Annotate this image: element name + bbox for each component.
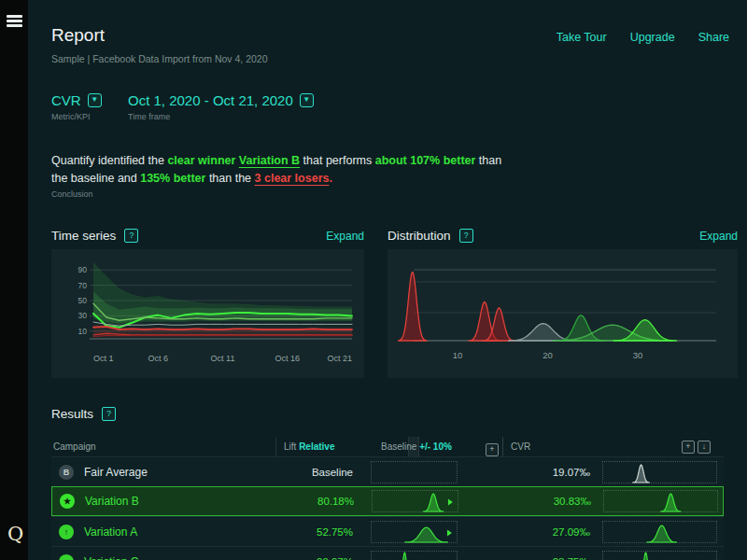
help-icon[interactable]: ?: [459, 229, 473, 243]
variation-badge-icon: ↑: [59, 554, 74, 560]
baseline-sparkline: [371, 521, 458, 543]
highlight-135: 135% better: [140, 172, 205, 185]
svg-text:50: 50: [78, 296, 88, 305]
cvr-column-header[interactable]: CVR+↓: [502, 441, 724, 452]
chevron-down-icon[interactable]: ▼: [88, 93, 102, 107]
take-tour-link[interactable]: Take Tour: [557, 31, 607, 44]
lift-mode-toggle[interactable]: Relative: [299, 441, 334, 452]
svg-text:20: 20: [543, 350, 553, 360]
page-subtitle: Sample | Facebook Data Import from Nov 4…: [51, 53, 268, 64]
timeframe-selector: Oct 1, 2020 - Oct 21, 2020 ▼ Time frame: [128, 92, 314, 121]
winner-badge-icon: ★: [60, 494, 75, 509]
cvr-value: 19.07‰: [502, 467, 602, 478]
results-header: Results ?: [51, 407, 238, 421]
baseline-sparkline: [371, 461, 458, 483]
cvr-sparkline: [603, 490, 718, 512]
variation-b-link[interactable]: Variation B: [239, 154, 300, 167]
timeseries-plot: 1030507090Oct 1Oct 6Oct 11Oct 16Oct 21: [51, 249, 364, 378]
svg-text:Oct 16: Oct 16: [275, 354, 300, 363]
lift-value: 80.18%: [276, 496, 365, 507]
help-icon[interactable]: ?: [102, 407, 116, 421]
campaign-name: Fair Average: [84, 466, 148, 479]
results-table: Campaign Lift Relative Baseline +/- 10%+…: [51, 437, 724, 560]
baseline-sparkline: [371, 551, 458, 560]
timeseries-title: Time series: [51, 229, 116, 243]
distribution-chart: 102030: [388, 249, 738, 378]
share-link[interactable]: Share: [698, 31, 729, 44]
timeframe-value[interactable]: Oct 1, 2020 - Oct 21, 2020: [128, 92, 293, 108]
campaign-column-header[interactable]: Campaign: [51, 441, 275, 452]
baseline-range-toggle[interactable]: +/- 10%: [419, 441, 452, 452]
metric-label: Metric/KPI: [51, 112, 102, 121]
table-header-row: Campaign Lift Relative Baseline +/- 10%+…: [51, 437, 724, 456]
baseline-column-header[interactable]: Baseline +/- 10%+: [364, 441, 502, 452]
quantify-logo: Q: [7, 523, 23, 545]
results-title: Results: [51, 407, 93, 421]
distribution-header: Distribution ? Expand: [388, 229, 738, 243]
svg-text:Oct 21: Oct 21: [327, 354, 352, 363]
svg-text:10: 10: [453, 350, 463, 360]
chevron-down-icon[interactable]: ▼: [300, 93, 314, 107]
timeseries-chart: 1030507090Oct 1Oct 6Oct 11Oct 16Oct 21: [51, 249, 364, 378]
left-sidebar: Q: [0, 0, 28, 560]
variation-badge-icon: ↑: [59, 525, 74, 539]
campaign-name: Variation B: [85, 495, 139, 508]
lift-value: 20.97%: [275, 556, 364, 560]
svg-text:Oct 11: Oct 11: [211, 354, 235, 363]
svg-text:10: 10: [78, 327, 88, 336]
distribution-plot: 102030: [388, 249, 738, 378]
cvr-value: 23.75‰: [502, 556, 602, 560]
help-icon[interactable]: ?: [124, 229, 138, 243]
table-row-variation-a[interactable]: ↑Variation A52.75%27.09‰: [51, 516, 724, 546]
cvr-sparkline: [602, 461, 717, 483]
lift-value: 52.75%: [275, 526, 364, 538]
metric-selector: CVR ▼ Metric/KPI: [51, 92, 102, 121]
menu-icon[interactable]: [7, 15, 22, 27]
timeseries-expand-link[interactable]: Expand: [326, 230, 364, 243]
campaign-name: Variation C: [84, 555, 138, 560]
svg-text:30: 30: [78, 311, 88, 320]
campaign-name: Variation A: [84, 525, 137, 539]
header-actions: Take Tour Upgrade Share: [557, 31, 729, 44]
report-page: Q Report Sample | Facebook Data Import f…: [0, 0, 747, 560]
conclusion-text: Quantify identified the clear winner Var…: [51, 152, 513, 188]
metric-value[interactable]: CVR: [51, 92, 81, 108]
svg-text:90: 90: [78, 265, 88, 274]
lift-value: Baseline: [275, 467, 364, 478]
table-row-variation-c[interactable]: ↑Variation C20.97%23.75‰: [51, 546, 724, 560]
lift-column-header[interactable]: Lift Relative: [275, 441, 364, 452]
download-icon[interactable]: ↓: [698, 441, 711, 454]
cvr-value: 27.09‰: [502, 526, 602, 538]
timeseries-header: Time series ? Expand: [51, 229, 364, 243]
cvr-sparkline: [602, 521, 717, 543]
clear-losers-link[interactable]: 3 clear losers: [255, 172, 330, 185]
svg-text:Oct 1: Oct 1: [93, 354, 114, 363]
table-row-variation-b[interactable]: ★Variation B80.18%30.83‰: [51, 486, 724, 516]
svg-text:70: 70: [78, 281, 88, 290]
add-metric-icon[interactable]: +: [682, 441, 695, 454]
baseline-badge-icon: B: [59, 465, 74, 480]
highlight-clear-winner: clear winner: [167, 154, 235, 167]
baseline-sparkline: [372, 490, 458, 512]
cvr-sparkline: [602, 551, 717, 560]
svg-text:30: 30: [633, 350, 643, 360]
results-rows: BFair AverageBaseline19.07‰★Variation B8…: [51, 456, 724, 560]
distribution-title: Distribution: [388, 229, 451, 243]
table-row-fair-average[interactable]: BFair AverageBaseline19.07‰: [51, 456, 724, 486]
distribution-expand-link[interactable]: Expand: [699, 230, 738, 243]
svg-text:Oct 6: Oct 6: [148, 354, 168, 363]
timeframe-label: Time frame: [128, 112, 314, 121]
page-title: Report: [51, 25, 105, 46]
cvr-value: 30.83‰: [503, 496, 603, 507]
upgrade-link[interactable]: Upgrade: [630, 31, 675, 44]
highlight-107: about 107% better: [375, 154, 476, 167]
conclusion-label: Conclusion: [51, 189, 93, 199]
add-metric-icon[interactable]: +: [486, 443, 499, 456]
